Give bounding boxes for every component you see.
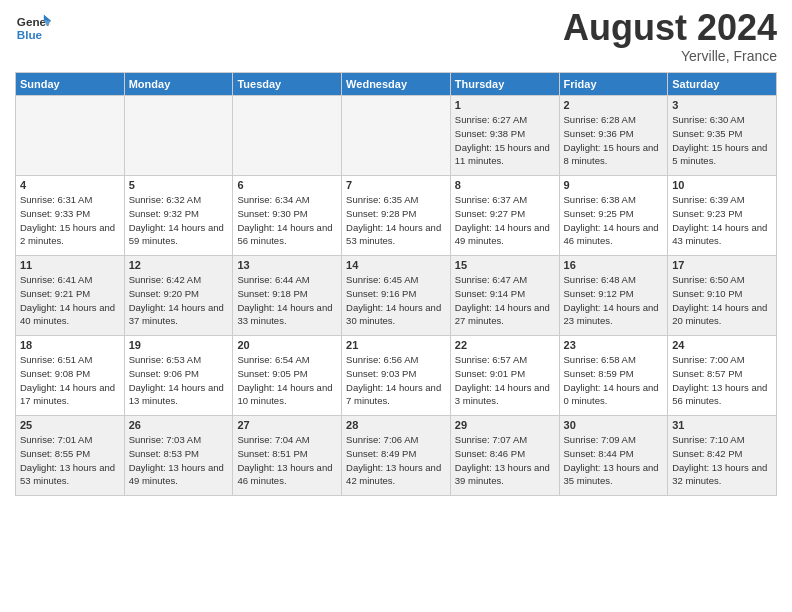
sunrise-text: Sunrise: 6:32 AM	[129, 194, 201, 205]
sunrise-text: Sunrise: 6:54 AM	[237, 354, 309, 365]
sunset-text: Sunset: 9:01 PM	[455, 368, 525, 379]
day-info: Sunrise: 6:35 AMSunset: 9:28 PMDaylight:…	[346, 193, 446, 248]
calendar-cell: 16Sunrise: 6:48 AMSunset: 9:12 PMDayligh…	[559, 256, 668, 336]
logo: General Blue	[15, 10, 51, 46]
day-number: 3	[672, 99, 772, 111]
day-info: Sunrise: 6:27 AMSunset: 9:38 PMDaylight:…	[455, 113, 555, 168]
day-number: 13	[237, 259, 337, 271]
sunrise-text: Sunrise: 6:28 AM	[564, 114, 636, 125]
sunset-text: Sunset: 8:55 PM	[20, 448, 90, 459]
day-info: Sunrise: 7:04 AMSunset: 8:51 PMDaylight:…	[237, 433, 337, 488]
day-info: Sunrise: 6:48 AMSunset: 9:12 PMDaylight:…	[564, 273, 664, 328]
header-tuesday: Tuesday	[233, 73, 342, 96]
daylight-text: Daylight: 14 hours and 56 minutes.	[237, 222, 332, 247]
sunrise-text: Sunrise: 7:03 AM	[129, 434, 201, 445]
sunset-text: Sunset: 9:05 PM	[237, 368, 307, 379]
sunrise-text: Sunrise: 7:06 AM	[346, 434, 418, 445]
sunrise-text: Sunrise: 6:45 AM	[346, 274, 418, 285]
day-info: Sunrise: 6:42 AMSunset: 9:20 PMDaylight:…	[129, 273, 229, 328]
calendar-cell: 13Sunrise: 6:44 AMSunset: 9:18 PMDayligh…	[233, 256, 342, 336]
sunrise-text: Sunrise: 6:48 AM	[564, 274, 636, 285]
header-friday: Friday	[559, 73, 668, 96]
day-info: Sunrise: 6:54 AMSunset: 9:05 PMDaylight:…	[237, 353, 337, 408]
day-info: Sunrise: 6:53 AMSunset: 9:06 PMDaylight:…	[129, 353, 229, 408]
sunset-text: Sunset: 9:20 PM	[129, 288, 199, 299]
sunrise-text: Sunrise: 7:10 AM	[672, 434, 744, 445]
day-number: 8	[455, 179, 555, 191]
sunset-text: Sunset: 9:33 PM	[20, 208, 90, 219]
daylight-text: Daylight: 14 hours and 37 minutes.	[129, 302, 224, 327]
calendar-cell	[233, 96, 342, 176]
daylight-text: Daylight: 13 hours and 56 minutes.	[672, 382, 767, 407]
daylight-text: Daylight: 14 hours and 3 minutes.	[455, 382, 550, 407]
day-info: Sunrise: 6:28 AMSunset: 9:36 PMDaylight:…	[564, 113, 664, 168]
calendar-cell: 15Sunrise: 6:47 AMSunset: 9:14 PMDayligh…	[450, 256, 559, 336]
sunset-text: Sunset: 9:12 PM	[564, 288, 634, 299]
header-sunday: Sunday	[16, 73, 125, 96]
day-info: Sunrise: 6:50 AMSunset: 9:10 PMDaylight:…	[672, 273, 772, 328]
daylight-text: Daylight: 14 hours and 27 minutes.	[455, 302, 550, 327]
calendar-cell: 19Sunrise: 6:53 AMSunset: 9:06 PMDayligh…	[124, 336, 233, 416]
sunset-text: Sunset: 9:30 PM	[237, 208, 307, 219]
sunset-text: Sunset: 9:38 PM	[455, 128, 525, 139]
calendar-cell: 11Sunrise: 6:41 AMSunset: 9:21 PMDayligh…	[16, 256, 125, 336]
daylight-text: Daylight: 13 hours and 39 minutes.	[455, 462, 550, 487]
sunrise-text: Sunrise: 6:47 AM	[455, 274, 527, 285]
day-info: Sunrise: 7:03 AMSunset: 8:53 PMDaylight:…	[129, 433, 229, 488]
daylight-text: Daylight: 13 hours and 32 minutes.	[672, 462, 767, 487]
calendar-cell: 22Sunrise: 6:57 AMSunset: 9:01 PMDayligh…	[450, 336, 559, 416]
sunset-text: Sunset: 9:18 PM	[237, 288, 307, 299]
sunset-text: Sunset: 9:21 PM	[20, 288, 90, 299]
sunset-text: Sunset: 8:51 PM	[237, 448, 307, 459]
sunset-text: Sunset: 9:27 PM	[455, 208, 525, 219]
daylight-text: Daylight: 14 hours and 20 minutes.	[672, 302, 767, 327]
sunset-text: Sunset: 8:57 PM	[672, 368, 742, 379]
calendar-header-row: Sunday Monday Tuesday Wednesday Thursday…	[16, 73, 777, 96]
day-info: Sunrise: 6:57 AMSunset: 9:01 PMDaylight:…	[455, 353, 555, 408]
logo-icon: General Blue	[15, 10, 51, 46]
sunrise-text: Sunrise: 7:04 AM	[237, 434, 309, 445]
sunset-text: Sunset: 9:08 PM	[20, 368, 90, 379]
calendar-cell: 31Sunrise: 7:10 AMSunset: 8:42 PMDayligh…	[668, 416, 777, 496]
header-saturday: Saturday	[668, 73, 777, 96]
sunrise-text: Sunrise: 6:58 AM	[564, 354, 636, 365]
daylight-text: Daylight: 14 hours and 7 minutes.	[346, 382, 441, 407]
daylight-text: Daylight: 14 hours and 23 minutes.	[564, 302, 659, 327]
location-subtitle: Yerville, France	[563, 48, 777, 64]
day-number: 12	[129, 259, 229, 271]
calendar-cell: 26Sunrise: 7:03 AMSunset: 8:53 PMDayligh…	[124, 416, 233, 496]
day-number: 9	[564, 179, 664, 191]
header-monday: Monday	[124, 73, 233, 96]
day-number: 14	[346, 259, 446, 271]
day-info: Sunrise: 7:10 AMSunset: 8:42 PMDaylight:…	[672, 433, 772, 488]
day-info: Sunrise: 6:47 AMSunset: 9:14 PMDaylight:…	[455, 273, 555, 328]
calendar-cell	[124, 96, 233, 176]
sunset-text: Sunset: 9:28 PM	[346, 208, 416, 219]
day-info: Sunrise: 6:58 AMSunset: 8:59 PMDaylight:…	[564, 353, 664, 408]
page-container: General Blue August 2024 Yerville, Franc…	[0, 0, 792, 612]
sunrise-text: Sunrise: 6:41 AM	[20, 274, 92, 285]
title-block: August 2024 Yerville, France	[563, 10, 777, 64]
sunset-text: Sunset: 9:03 PM	[346, 368, 416, 379]
day-number: 5	[129, 179, 229, 191]
day-number: 23	[564, 339, 664, 351]
daylight-text: Daylight: 14 hours and 43 minutes.	[672, 222, 767, 247]
day-info: Sunrise: 6:39 AMSunset: 9:23 PMDaylight:…	[672, 193, 772, 248]
day-number: 7	[346, 179, 446, 191]
calendar-cell: 21Sunrise: 6:56 AMSunset: 9:03 PMDayligh…	[342, 336, 451, 416]
daylight-text: Daylight: 14 hours and 10 minutes.	[237, 382, 332, 407]
sunrise-text: Sunrise: 6:51 AM	[20, 354, 92, 365]
daylight-text: Daylight: 14 hours and 13 minutes.	[129, 382, 224, 407]
daylight-text: Daylight: 14 hours and 53 minutes.	[346, 222, 441, 247]
day-info: Sunrise: 7:00 AMSunset: 8:57 PMDaylight:…	[672, 353, 772, 408]
calendar-cell: 25Sunrise: 7:01 AMSunset: 8:55 PMDayligh…	[16, 416, 125, 496]
svg-text:Blue: Blue	[17, 28, 43, 41]
daylight-text: Daylight: 14 hours and 17 minutes.	[20, 382, 115, 407]
day-info: Sunrise: 7:01 AMSunset: 8:55 PMDaylight:…	[20, 433, 120, 488]
sunset-text: Sunset: 8:46 PM	[455, 448, 525, 459]
day-number: 15	[455, 259, 555, 271]
daylight-text: Daylight: 15 hours and 11 minutes.	[455, 142, 550, 167]
day-number: 11	[20, 259, 120, 271]
daylight-text: Daylight: 14 hours and 33 minutes.	[237, 302, 332, 327]
calendar-cell: 10Sunrise: 6:39 AMSunset: 9:23 PMDayligh…	[668, 176, 777, 256]
